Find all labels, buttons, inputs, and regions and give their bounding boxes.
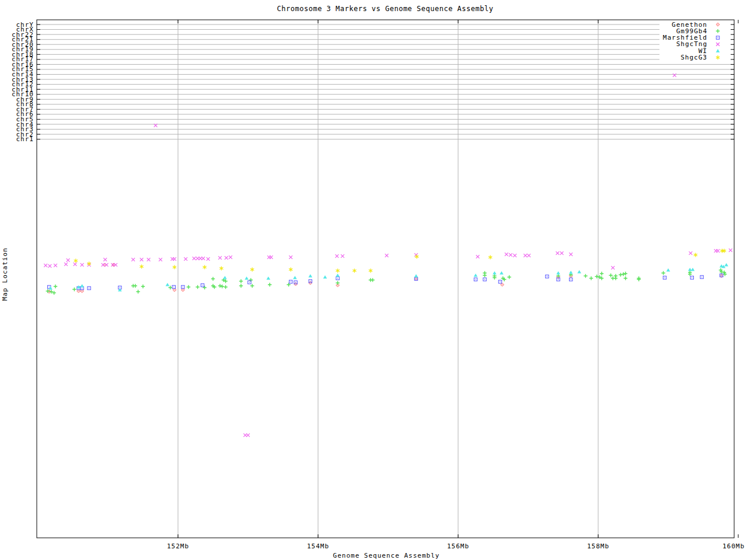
scatter-point-shgctng — [114, 263, 117, 267]
scatter-point-gm99gb4 — [250, 284, 254, 288]
scatter-point-shgctng — [341, 254, 344, 258]
scatter-point-shgctng — [81, 263, 84, 267]
scatter-point-gm99gb4 — [72, 288, 76, 291]
scatter-point-shgctng — [147, 258, 151, 261]
scatter-point-marshfield — [289, 280, 292, 283]
scatter-point-shgctng — [54, 264, 57, 267]
axis-tick-labels: 152Mb154Mb156Mb158Mb160MbchrYchrXchr22ch… — [12, 21, 745, 551]
x-tick-label: 160Mb — [722, 542, 745, 550]
scatter-point-wi — [500, 271, 504, 275]
scatter-point-gm99gb4 — [720, 270, 723, 274]
scatter-point-gm99gb4 — [203, 286, 206, 289]
scatter-point-shgctng — [207, 257, 210, 261]
scatter-point-gm99gb4 — [624, 276, 627, 280]
scatter-point-marshfield — [498, 280, 501, 283]
scatter-point-shgctng — [569, 253, 573, 256]
scatter-point-wi — [223, 276, 227, 279]
scatter-point-shgcg3 — [336, 268, 340, 272]
scatter-point-marshfield — [201, 284, 204, 286]
scatter-point-wi — [293, 276, 297, 279]
plot-border-rect — [37, 20, 734, 538]
scatter-point-wi — [80, 284, 84, 288]
legend-label: ShgcG3 — [680, 54, 707, 61]
scatter-point-gm99gb4 — [268, 283, 271, 286]
scatter-point-shgctng — [218, 256, 222, 260]
scatter-point-gm99gb4 — [196, 285, 199, 289]
scatter-point-shgctng — [523, 254, 527, 257]
scatter-point-shgctng — [246, 433, 250, 437]
scatter-point-gm99gb4 — [239, 284, 243, 288]
scatter-point-gm99gb4 — [622, 272, 625, 276]
scatter-point-gm99gb4 — [589, 276, 593, 280]
scatter-point-marshfield — [474, 278, 477, 281]
scatter-point-shgctng — [140, 258, 144, 261]
scatter-point-wi — [577, 270, 581, 274]
x-tick-label: 156Mb — [447, 542, 469, 550]
scatter-point-shgctng — [201, 257, 205, 260]
scatter-point-marshfield — [336, 276, 339, 279]
scatter-point-gm99gb4 — [493, 276, 496, 279]
scatter-point-shgcg3 — [250, 267, 254, 271]
scatter-point-shgcg3 — [694, 253, 697, 257]
scatter-point-marshfield — [546, 275, 549, 278]
scatter-point-shgctng — [64, 262, 68, 266]
scatter-point-shgctng — [67, 258, 70, 262]
scatter-point-shgctng — [131, 258, 135, 261]
scatter-point-marshfield — [690, 276, 693, 279]
scatter-point-shgctng — [729, 249, 732, 252]
plot-border — [37, 20, 734, 538]
scatter-point-shgcg3 — [352, 268, 356, 272]
scatter-point-gm99gb4 — [134, 284, 137, 288]
gridlines — [37, 20, 734, 538]
scatter-point-marshfield — [483, 278, 486, 281]
scatter-point-marshfield — [414, 277, 417, 280]
scatter-point-shgctng — [689, 251, 693, 255]
axis-ticks — [37, 20, 738, 538]
scatter-point-wi — [493, 271, 497, 275]
scatter-point-gm99gb4 — [141, 285, 145, 288]
chart-title: Chromosome 3 Markers vs Genome Sequence … — [277, 5, 494, 13]
scatter-point-shgcg3 — [488, 255, 492, 259]
x-axis-label: Genome Sequence Assembly — [333, 552, 440, 559]
scatter-point-gm99gb4 — [211, 277, 215, 281]
scatter-point-gm99gb4 — [507, 275, 511, 279]
scatter-point-gm99gb4 — [220, 285, 224, 288]
scatter-point-shgcg3 — [369, 268, 372, 272]
scatter-point-wi — [666, 268, 671, 272]
scatter-point-gm99gb4 — [169, 286, 172, 289]
chart: 152Mb154Mb156Mb158Mb160MbchrYchrXchr22ch… — [0, 0, 747, 560]
scatter-point-gm99gb4 — [688, 272, 692, 276]
scatter-point-gm99gb4 — [483, 274, 486, 277]
scatter-point-shgctng — [48, 264, 52, 268]
scatter-point-shgctng — [611, 266, 615, 270]
scatter-point-shgctng — [173, 257, 176, 261]
scatter-point-shgctng — [476, 255, 480, 258]
scatter-point-wi — [323, 275, 327, 279]
scatter-point-shgcg3 — [74, 258, 78, 262]
scatter-point-gm99gb4 — [719, 268, 722, 272]
scatter-point-shgcg3 — [173, 265, 176, 269]
x-tick-label: 154Mb — [307, 542, 329, 550]
scatter-point-shgctng — [289, 256, 292, 259]
scatter-point-marshfield — [172, 285, 175, 288]
scatter-point-shgctng — [184, 257, 187, 261]
scatter-point-wi — [414, 274, 418, 278]
scatter-point-shgcg3 — [289, 267, 292, 271]
scatter-point-shgctng — [556, 251, 560, 255]
scatter-point-gm99gb4 — [239, 279, 243, 283]
scatter-point-wi — [691, 268, 695, 271]
scatter-point-gm99gb4 — [600, 272, 603, 275]
scatter-point-gm99gb4 — [54, 285, 57, 288]
scatter-point-shgctng — [527, 254, 530, 257]
scatter-point-shgctng — [505, 253, 508, 256]
scatter-point-wi — [245, 276, 249, 280]
scatter-point-wi — [724, 263, 728, 267]
x-tick-label: 158Mb — [587, 542, 609, 550]
scatter-point-shgctng — [336, 254, 339, 258]
scatter-point-gm99gb4 — [624, 272, 627, 275]
data-points — [44, 74, 732, 437]
scatter-point-shgctng — [560, 251, 564, 255]
scatter-point-shgctng — [44, 264, 47, 267]
y-tick-label: chr1 — [16, 135, 34, 143]
scatter-point-shgctng — [225, 256, 228, 260]
